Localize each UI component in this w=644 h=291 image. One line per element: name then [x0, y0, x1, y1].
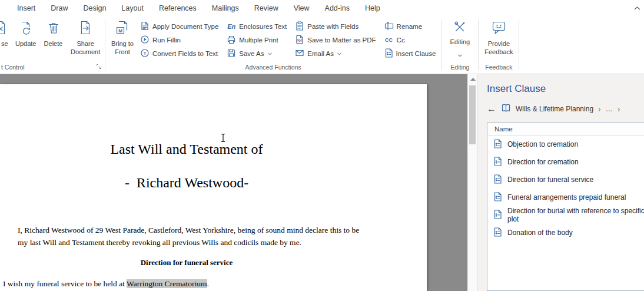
document-page[interactable]: Last Will and Testament of - Richard Wes… — [0, 84, 427, 291]
tab-help[interactable]: Help — [357, 4, 388, 12]
insert-clause-ribbon-label: Insert Clause — [396, 50, 436, 57]
clause-document-icon — [493, 227, 502, 239]
run-icon — [140, 35, 150, 45]
email-as-button[interactable]: Email As — [292, 47, 379, 60]
printer-icon — [227, 35, 236, 45]
tab-layout[interactable]: Layout — [114, 4, 151, 12]
trash-icon — [46, 20, 61, 38]
close-button-label: se — [1, 40, 8, 48]
tab-add-ins[interactable]: Add-ins — [317, 4, 357, 12]
cc-icon: CC — [384, 37, 394, 43]
panel-title: Insert Clause — [487, 83, 644, 95]
breadcrumb-ellipsis[interactable]: … — [606, 105, 613, 113]
chevron-right-icon: › — [598, 105, 601, 113]
save-to-matter-label: Save to Matter as PDF — [307, 37, 376, 44]
clause-item-label: Direction for burial with reference to s… — [507, 207, 644, 223]
enclosures-icon: En — [227, 23, 236, 30]
enclosures-text-label: Enclosures Text — [239, 23, 287, 30]
tab-insert[interactable]: Insert — [9, 4, 43, 12]
envelope-icon — [295, 48, 304, 59]
tab-view[interactable]: View — [286, 4, 317, 12]
feedback-smiley-bubble-icon — [491, 20, 507, 38]
run-fillin-button[interactable]: Run Fillin — [137, 34, 221, 47]
chevron-down-icon — [337, 52, 341, 55]
multiple-print-button[interactable]: Multiple Print — [224, 34, 290, 47]
will-title-line2: - Richard Westwood- — [0, 175, 427, 191]
clause-list-item[interactable]: Direction for funeral service — [487, 171, 644, 189]
close-document-icon — [0, 20, 8, 38]
ribbon-group-document-control: se Update Delete Share Document — [0, 16, 105, 74]
clause-heading: Direction for funeral service — [0, 258, 427, 267]
ribbon: se Update Delete Share Document — [0, 16, 644, 74]
breadcrumb-root[interactable]: Wills & Lifetime Planning — [516, 105, 593, 113]
document-type-icon — [140, 21, 150, 32]
clause-document-icon — [493, 210, 502, 221]
enclosures-text-button[interactable]: En Enclosures Text — [224, 20, 290, 33]
svg-text:T: T — [144, 51, 147, 56]
chevron-right-icon: › — [618, 105, 620, 113]
document-canvas: Last Will and Testament of - Richard Wes… — [0, 74, 467, 291]
group-divider — [519, 19, 519, 71]
tab-draw[interactable]: Draw — [43, 4, 75, 12]
clause-document-icon — [493, 157, 502, 168]
clause-list-item[interactable]: Funeral arrangements prepaid funeral — [487, 189, 644, 206]
rename-icon — [384, 21, 394, 32]
paste-with-fields-label: Paste with Fields — [307, 23, 358, 30]
cc-button[interactable]: CC Cc — [381, 34, 439, 47]
scroll-up-button[interactable] — [468, 74, 477, 84]
chevron-up-icon — [634, 6, 640, 10]
insert-clause-button[interactable]: Insert Clause — [381, 47, 439, 60]
share-document-button[interactable]: Share Document — [66, 16, 105, 57]
highlighted-field-text: Warrington Crematorium — [127, 279, 207, 288]
group-label-feedback: Feedback — [485, 64, 512, 71]
clause-list-item[interactable]: Direction for burial with reference to s… — [487, 206, 644, 224]
ribbon-group-feedback: Provide Feedback Feedback — [479, 16, 519, 74]
apply-document-type-button[interactable]: Apply Document Type — [137, 20, 221, 33]
rename-button[interactable]: Rename — [381, 20, 439, 33]
group-label-document-control: t Control — [1, 64, 25, 71]
collapse-ribbon-button[interactable] — [631, 3, 643, 14]
clause-item-label: Donation of the body — [507, 229, 573, 237]
funeral-line-suffix: . — [207, 279, 209, 288]
clause-list-item[interactable]: Objection to cremation — [487, 135, 644, 153]
share-document-button-label: Share Document — [67, 40, 104, 57]
tab-mailings[interactable]: Mailings — [204, 4, 247, 12]
clause-list-items: Objection to cremation Direction for cre… — [487, 135, 644, 242]
clause-item-label: Funeral arrangements prepaid funeral — [507, 193, 626, 201]
close-button-partial[interactable]: se — [0, 16, 11, 48]
back-button[interactable]: ← — [487, 104, 496, 114]
tab-design[interactable]: Design — [75, 4, 114, 12]
clause-list-item[interactable]: Donation of the body — [487, 224, 644, 242]
insert-clause-panel: Insert Clause ← Wills & Lifetime Plannin… — [477, 74, 644, 291]
update-button-label: Update — [15, 40, 36, 48]
ribbon-group-editing: Editing Editing — [441, 16, 478, 74]
clause-list-item[interactable]: Direction for cremation — [487, 153, 644, 171]
delete-button[interactable]: Delete — [41, 16, 67, 48]
update-icon — [18, 20, 34, 38]
save-as-button[interactable]: Save As — [224, 47, 290, 60]
scrollbar-thumb[interactable] — [469, 85, 476, 144]
paste-with-fields-button[interactable]: Paste with Fields — [292, 20, 379, 33]
convert-fields-icon: T — [140, 48, 150, 59]
tab-review[interactable]: Review — [247, 4, 286, 12]
convert-fields-to-text-button[interactable]: T Convert Fields to Text — [137, 47, 221, 60]
tab-references[interactable]: References — [151, 4, 204, 12]
save-to-matter-as-pdf-button[interactable]: PDF Save to Matter as PDF — [292, 34, 379, 47]
dialog-launcher-icon[interactable] — [96, 63, 102, 72]
apply-document-type-label: Apply Document Type — [152, 23, 218, 30]
vertical-scrollbar[interactable] — [467, 74, 477, 291]
provide-feedback-button[interactable]: Provide Feedback — [479, 16, 518, 57]
editing-button[interactable]: Editing — [442, 16, 477, 59]
svg-text:PDF: PDF — [297, 39, 303, 42]
delete-button-label: Delete — [44, 40, 63, 48]
scroll-up-arrow-icon — [470, 78, 476, 81]
funeral-service-line: I wish my funeral service to be held at … — [3, 279, 209, 289]
clause-document-icon — [493, 139, 502, 150]
save-icon — [227, 48, 236, 59]
clause-document-icon — [493, 192, 502, 203]
update-button[interactable]: Update — [11, 16, 41, 48]
will-title-line1: Last Will and Testament of — [0, 141, 427, 157]
editing-tools-icon — [453, 20, 467, 36]
pdf-document-icon: PDF — [295, 35, 304, 45]
bring-to-front-button[interactable]: M Bring to Front — [108, 16, 137, 57]
